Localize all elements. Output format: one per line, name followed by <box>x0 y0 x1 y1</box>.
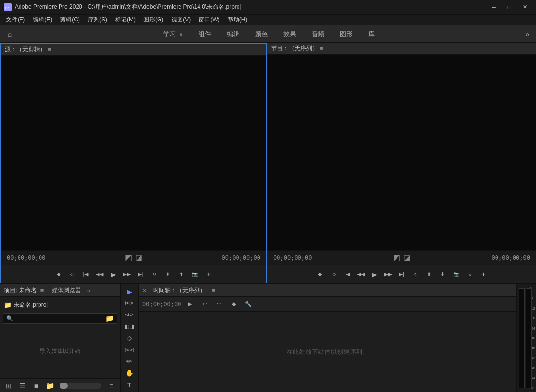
menu-sequence[interactable]: 序列(S) <box>84 15 111 25</box>
program-mark-in-button[interactable]: ◆ <box>314 269 326 280</box>
maximize-button[interactable]: □ <box>502 2 516 12</box>
program-export-frame-button[interactable]: 📷 <box>451 269 462 280</box>
audio-meter-left <box>519 288 525 388</box>
project-file-item[interactable]: 📁 未命名.prproj <box>2 299 118 311</box>
timeline-snap-button[interactable]: ⋯ <box>213 298 225 310</box>
source-step-back-icon[interactable]: ◩ <box>125 253 132 262</box>
new-bin-icon[interactable]: 📁 <box>105 314 114 322</box>
razor-tool-button[interactable]: ◇ <box>122 333 136 344</box>
source-goto-out-button[interactable]: ▶| <box>135 269 146 280</box>
tab-graphics[interactable]: 图形 <box>332 27 360 41</box>
hand-tool-button[interactable]: ✋ <box>122 368 136 378</box>
project-more-icon[interactable]: » <box>87 287 90 294</box>
program-step-forward-icon[interactable]: ◪ <box>403 253 411 262</box>
project-size-slider[interactable] <box>60 383 101 389</box>
tab-editing[interactable]: 编辑 <box>219 27 247 41</box>
source-monitor-header: 源：（无剪辑） ≡ <box>1 44 266 56</box>
program-play-button[interactable]: ▶ <box>369 269 380 280</box>
source-goto-in-button[interactable]: |◀ <box>80 269 92 280</box>
timeline-undo-button[interactable]: ↩ <box>199 298 210 310</box>
source-overwrite-button[interactable]: ⬆ <box>176 269 187 280</box>
program-step-back-icon[interactable]: ◩ <box>393 253 400 262</box>
program-next-frame-button[interactable]: ▶▶ <box>382 269 394 280</box>
project-new-bin-button[interactable]: 📁 <box>44 380 56 392</box>
source-mark-out-button[interactable]: ◇ <box>66 269 78 280</box>
source-monitor-controls: ◆ ◇ |◀ ◀◀ ▶ ▶▶ ▶| ↻ ⬇ ⬆ 📷 + <box>1 265 266 283</box>
menu-window[interactable]: 窗口(W) <box>195 15 223 25</box>
program-monitor-menu-icon[interactable]: ≡ <box>320 45 324 52</box>
pen-tool-button[interactable]: ✏ <box>122 356 136 367</box>
select-tool-button[interactable]: ▶ <box>122 286 136 297</box>
timeline-panel-title: 时间轴：（无序列） <box>153 286 206 294</box>
timeline-wrench-button[interactable]: 🔧 <box>242 298 254 310</box>
program-extract-button[interactable]: ⬇ <box>437 269 449 280</box>
ripple-edit-tool-button[interactable]: ⊲⊳ <box>122 310 136 320</box>
tab-learn[interactable]: 学习 ≡ <box>156 27 190 41</box>
track-select-tool-button[interactable]: ⊳⊳ <box>122 298 136 309</box>
timeline-close-icon[interactable]: ✕ <box>142 287 147 294</box>
project-view-list-button[interactable]: ☰ <box>17 380 28 392</box>
program-prev-frame-button[interactable]: ◀◀ <box>355 269 367 280</box>
text-tool-button[interactable]: T <box>122 379 136 390</box>
program-goto-out-button[interactable]: ▶| <box>396 269 408 280</box>
menu-help[interactable]: 帮助(H) <box>224 15 252 25</box>
source-prev-frame-button[interactable]: ◀◀ <box>94 269 105 280</box>
project-menu-button[interactable]: ≡ <box>105 380 117 392</box>
workspace-more-button[interactable]: » <box>520 27 534 41</box>
program-loop-button[interactable]: ↻ <box>410 269 421 280</box>
home-button[interactable]: ⌂ <box>2 26 18 42</box>
timeline-play-button[interactable]: ▶ <box>184 298 196 310</box>
tab-assembly[interactable]: 组件 <box>191 27 219 41</box>
source-next-frame-button[interactable]: ▶▶ <box>121 269 133 280</box>
source-monitor-timecode: 00;00;00;00 ◩ ◪ 00;00;00;00 <box>1 250 266 265</box>
timeline-panel-menu-icon[interactable]: ≡ <box>212 287 216 294</box>
timeline-mark-button[interactable]: ◆ <box>228 298 239 310</box>
program-mark-out-button[interactable]: ◇ <box>328 269 339 280</box>
media-browser-tab[interactable]: 媒体浏览器 <box>52 286 81 294</box>
source-mark-in-button[interactable]: ◆ <box>53 269 64 280</box>
top-row: 源：（无剪辑） ≡ 00;00;00;00 ◩ ◪ 00;00;00;00 ◆ … <box>0 43 536 284</box>
slip-tool-button[interactable]: |⊲⊳| <box>122 344 136 355</box>
program-lift-button[interactable]: ⬆ <box>423 269 435 280</box>
menu-file[interactable]: 文件(F) <box>2 15 29 25</box>
source-export-frame-button[interactable]: 📷 <box>189 269 201 280</box>
program-goto-in-button[interactable]: |◀ <box>341 269 353 280</box>
source-add-button[interactable]: + <box>203 269 215 280</box>
menu-bar: 文件(F) 编辑(E) 剪辑(C) 序列(S) 标记(M) 图形(G) 视图(V… <box>0 15 536 25</box>
menu-graphics[interactable]: 图形(G) <box>139 15 167 25</box>
project-view-icon-button[interactable]: ⊞ <box>3 380 15 392</box>
program-timecode-right: 00;00;00;00 <box>492 255 530 261</box>
menu-edit[interactable]: 编辑(E) <box>29 15 56 25</box>
close-button[interactable]: ✕ <box>517 2 532 12</box>
program-monitor: 节目：（无序列） ≡ 00;00;00;00 ◩ ◪ 00;00;00;00 ◆… <box>267 43 536 283</box>
program-more-button[interactable]: » <box>464 269 476 280</box>
tab-color[interactable]: 颜色 <box>247 27 276 41</box>
minimize-button[interactable]: ─ <box>486 2 501 12</box>
menu-clip[interactable]: 剪辑(C) <box>56 15 84 25</box>
audio-meter-body: 0 -6 -12 -18 -24 -30 -36 -42 -48 -54 dB <box>517 284 536 392</box>
project-panel-menu-icon[interactable]: ≡ <box>40 287 44 294</box>
menu-marker[interactable]: 标记(M) <box>111 15 139 25</box>
rolling-edit-tool-button[interactable]: ◧◨ <box>122 321 136 332</box>
program-monitor-title: 节目：（无序列） <box>271 44 318 53</box>
audio-meters: 0 -6 -12 -18 -24 -30 -36 -42 -48 -54 dB <box>516 284 536 392</box>
tab-effects[interactable]: 效果 <box>276 27 304 41</box>
project-panel-body: 📁 未命名.prproj 🔍 📁 导入媒体以开始 <box>0 297 120 378</box>
app-icon: Pr <box>4 3 12 11</box>
tab-library[interactable]: 库 <box>360 27 382 41</box>
program-add-button[interactable]: + <box>478 269 490 280</box>
source-loop-button[interactable]: ↻ <box>148 269 160 280</box>
timeline-empty-text: 在此处放下媒体以创建序列。 <box>286 348 369 356</box>
source-insert-button[interactable]: ⬇ <box>162 269 174 280</box>
source-monitor-menu-icon[interactable]: ≡ <box>48 46 52 53</box>
project-file-icon: 📁 <box>4 301 12 309</box>
source-step-forward-icon[interactable]: ◪ <box>135 253 142 262</box>
tab-audio[interactable]: 音频 <box>304 27 332 41</box>
menu-view[interactable]: 视图(V) <box>167 15 195 25</box>
program-monitor-timecode: 00;00;00;00 ◩ ◪ 00;00;00;00 <box>267 250 536 265</box>
project-file-name: 未命名.prproj <box>14 301 48 309</box>
project-view-free-button[interactable]: ■ <box>30 380 42 392</box>
svg-text:Pr: Pr <box>5 6 9 10</box>
project-search-input[interactable] <box>15 315 103 321</box>
source-play-button[interactable]: ▶ <box>107 269 119 280</box>
